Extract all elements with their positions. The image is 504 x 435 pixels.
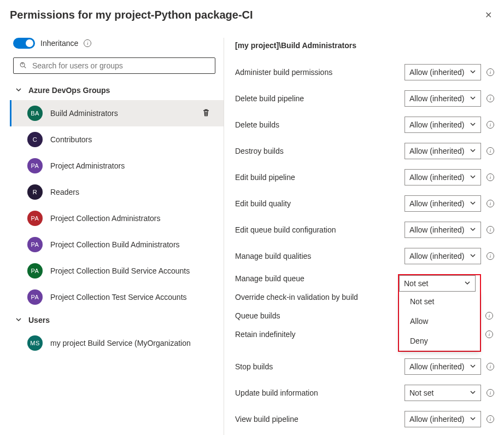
permission-label: Queue builds	[235, 311, 280, 320]
dropdown-value: Allow (inherited)	[409, 252, 464, 260]
info-icon[interactable]: i	[487, 415, 494, 423]
dropdown-value: Allow (inherited)	[409, 147, 464, 155]
permission-row: Update build information Not set i	[235, 385, 494, 401]
dropdown-value: Allow (inherited)	[409, 362, 464, 371]
dropdown-value: Allow (inherited)	[409, 415, 464, 424]
search-icon	[19, 62, 27, 69]
chevron-down-icon	[15, 316, 22, 324]
info-icon[interactable]: i	[487, 68, 494, 76]
permission-label: Administer build permissions	[235, 68, 332, 77]
dropdown-value: Allow (inherited)	[409, 225, 464, 234]
chevron-down-icon	[470, 147, 476, 155]
groups-section-label: Azure DevOps Groups	[28, 86, 110, 95]
permission-row: Manage build qualities Allow (inherited)…	[235, 248, 494, 264]
permission-dropdown[interactable]: Allow (inherited)	[405, 117, 481, 133]
info-icon[interactable]: i	[487, 173, 494, 181]
group-name: Build Administrators	[50, 109, 118, 118]
list-item[interactable]: PAProject Administrators	[10, 153, 224, 179]
permission-label: Delete builds	[235, 120, 279, 129]
chevron-down-icon	[470, 362, 476, 371]
permission-dropdown[interactable]: Allow (inherited)	[405, 411, 481, 427]
inheritance-toggle[interactable]	[13, 38, 35, 49]
permission-label: Edit build pipeline	[235, 173, 295, 182]
group-name: Contributors	[50, 135, 92, 144]
avatar: PA	[27, 263, 43, 279]
permission-dropdown[interactable]: Allow (inherited)	[405, 90, 481, 107]
dropdown-option[interactable]: Allow	[399, 311, 480, 331]
permission-dropdown[interactable]: Allow (inherited)	[405, 358, 481, 375]
permission-dropdown[interactable]: Allow (inherited)	[405, 143, 481, 159]
list-item[interactable]: BABuild Administrators	[10, 100, 224, 126]
permission-dropdown[interactable]: Allow (inherited)	[405, 195, 481, 212]
permission-row: Administer build permissions Allow (inhe…	[235, 64, 494, 80]
chevron-down-icon	[15, 86, 22, 95]
search-input[interactable]	[13, 57, 215, 74]
chevron-down-icon	[470, 94, 476, 103]
permission-dropdown[interactable]: Allow (inherited)	[405, 64, 481, 80]
info-icon[interactable]: i	[487, 363, 494, 370]
info-icon[interactable]: i	[487, 200, 494, 207]
info-icon[interactable]: i	[487, 252, 494, 260]
permission-dropdown[interactable]: Not set	[405, 385, 481, 401]
dropdown-value: Allow (inherited)	[409, 173, 464, 182]
permission-dropdown[interactable]: Allow (inherited)	[405, 169, 481, 185]
list-item[interactable]: PAProject Collection Administrators	[10, 205, 224, 231]
group-name: Project Collection Build Administrators	[50, 240, 180, 249]
dropdown-option[interactable]: Not set	[399, 292, 480, 311]
info-icon[interactable]: i	[487, 226, 494, 234]
svg-point-0	[20, 62, 25, 67]
dropdown-value: Allow (inherited)	[409, 120, 464, 129]
avatar: C	[27, 132, 43, 147]
list-item[interactable]: CContributors	[10, 126, 224, 153]
info-icon[interactable]: i	[487, 147, 494, 155]
search-field[interactable]	[32, 61, 209, 70]
group-name: Project Collection Administrators	[50, 214, 161, 223]
group-name: Project Collection Build Service Account…	[50, 266, 190, 275]
users-section-header[interactable]: Users	[10, 310, 224, 330]
chevron-down-icon	[470, 68, 476, 77]
permission-row: Edit build quality Allow (inherited) i	[235, 195, 494, 212]
page-title: Permissions for my project-Python packag…	[10, 9, 253, 21]
groups-section-header[interactable]: Azure DevOps Groups	[10, 80, 224, 100]
dropdown-value: Allow (inherited)	[409, 94, 464, 103]
list-item[interactable]: PAProject Collection Build Service Accou…	[10, 258, 224, 284]
chevron-down-icon	[470, 173, 476, 182]
list-item[interactable]: PAProject Collection Test Service Accoun…	[10, 284, 224, 310]
info-icon[interactable]: i	[487, 95, 494, 102]
info-icon[interactable]: i	[84, 39, 91, 47]
permission-label: Edit build quality	[235, 199, 291, 208]
permission-row: Delete build pipeline Allow (inherited) …	[235, 90, 494, 107]
avatar: PA	[27, 289, 43, 305]
dropdown-manage-build-queue[interactable]: Not set	[399, 275, 476, 292]
list-item[interactable]: PAProject Collection Build Administrator…	[10, 231, 224, 258]
avatar: PA	[27, 211, 43, 226]
info-icon[interactable]: i	[487, 121, 494, 129]
group-name: Project Collection Test Service Accounts	[50, 293, 187, 301]
dropdown-value: Allow (inherited)	[409, 199, 464, 208]
permission-row: Stop builds Allow (inherited) i	[235, 358, 494, 375]
trash-icon[interactable]	[202, 108, 210, 119]
right-panel: [my project]\Build Administrators Admini…	[224, 38, 494, 435]
info-icon[interactable]: i	[487, 389, 494, 397]
permission-row: Edit queue build configuration Allow (in…	[235, 222, 494, 238]
users-section-label: Users	[28, 316, 50, 324]
permission-dropdown[interactable]: Allow (inherited)	[405, 248, 481, 264]
group-name: Project Administrators	[50, 161, 125, 170]
permission-dropdown[interactable]: Allow (inherited)	[405, 222, 481, 238]
permission-label: Override check-in validation by build	[235, 293, 358, 301]
close-icon[interactable]: ✕	[483, 8, 494, 22]
inheritance-label: Inheritance	[40, 39, 78, 48]
dropdown-value: Not set	[409, 388, 433, 397]
chevron-down-icon	[470, 199, 476, 208]
list-item[interactable]: RReaders	[10, 179, 224, 205]
svg-point-2	[22, 63, 24, 65]
avatar: R	[27, 184, 43, 200]
list-item[interactable]: MSmy project Build Service (MyOrganizati…	[10, 330, 224, 356]
left-panel: Inheritance i Azure DevOps Groups BABuil…	[10, 38, 224, 435]
chevron-down-icon	[470, 388, 476, 397]
identity-title: [my project]\Build Administrators	[235, 41, 494, 50]
chevron-down-icon	[470, 225, 476, 234]
dropdown-option[interactable]: Deny	[399, 331, 480, 351]
permission-row: Retain indefinitely i	[235, 330, 398, 339]
permission-dropdown-open[interactable]: Not set Not setAllowDeny	[398, 274, 481, 352]
